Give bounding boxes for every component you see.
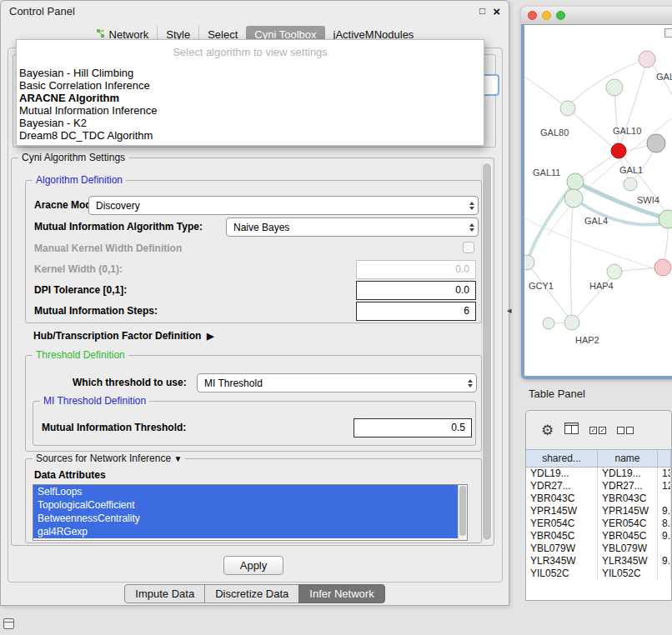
apply-button[interactable]: Apply (223, 556, 283, 575)
table-row[interactable]: YPR145WYPR145W9. (526, 505, 671, 518)
minimize-traffic-light[interactable] (542, 11, 551, 20)
algorithm-option[interactable]: Basic Correlation Inference (17, 79, 484, 92)
close-icon[interactable]: × (493, 5, 500, 18)
clear-selection-icon[interactable] (617, 427, 634, 434)
network-node[interactable] (606, 79, 623, 96)
list-item[interactable]: SelfLoops (33, 485, 458, 498)
network-node[interactable] (654, 259, 671, 276)
network-node[interactable] (607, 264, 622, 279)
network-edge[interactable] (614, 88, 619, 149)
data-attributes-list[interactable]: SelfLoops TopologicalCoefficient Between… (33, 484, 468, 541)
network-node[interactable] (567, 173, 584, 190)
control-panel-titlebar[interactable]: Control Panel □ × (1, 1, 509, 21)
table-body[interactable]: YDL19...YDL19...13YDR27...YDR27...12YBR0… (526, 468, 671, 600)
sources-group: Sources for Network Inference ▼ Data Att… (25, 458, 482, 543)
network-node-label: GAL11 (533, 168, 560, 178)
network-edge[interactable] (619, 59, 647, 150)
aracne-mode-combo[interactable]: Discovery (88, 196, 479, 215)
algorithm-option[interactable]: Dream8 DC_TDC Algorithm (17, 129, 484, 142)
network-edge[interactable] (568, 108, 613, 147)
sources-group-title[interactable]: Sources for Network Inference ▼ (33, 452, 185, 464)
panel-toggle-icon[interactable] (3, 618, 14, 629)
tab-discretize-data[interactable]: Discretize Data (204, 584, 299, 603)
network-node[interactable] (611, 143, 626, 158)
network-canvas[interactable]: GAL80GAL10GAL1GAL11SWI4GAL4GCY1HAP4HAP2G… (524, 25, 672, 376)
list-item[interactable]: gal4RGexp (33, 525, 458, 538)
algorithm-option[interactable]: Bayesian - K2 (17, 117, 484, 129)
zoom-traffic-light[interactable] (556, 11, 565, 20)
desktop: Control Panel □ × Network (0, 0, 672, 635)
attributes-scrollbar-thumb[interactable] (459, 486, 466, 536)
network-node[interactable] (524, 255, 534, 270)
algorithm-option[interactable]: Mutual Information Inference (17, 104, 484, 117)
close-traffic-light[interactable] (528, 11, 537, 20)
network-edge[interactable] (524, 77, 563, 104)
network-node[interactable] (564, 315, 579, 330)
table-row[interactable]: YDR27...YDR27...12 (526, 480, 671, 492)
which-threshold-label: Which threshold to use: (73, 377, 187, 388)
columns-icon[interactable] (564, 422, 579, 438)
table-toolbar: ⚙ ✓ ✓ (526, 411, 671, 449)
mi-algorithm-type-label: Mutual Information Algorithm Type: (34, 221, 203, 232)
checked-box-icon: ✓ (599, 427, 606, 434)
table-row[interactable]: YBL079WYBL079W (526, 542, 671, 555)
column-header-name[interactable]: name (598, 450, 658, 467)
network-node[interactable] (659, 210, 672, 228)
table-cell: YDR27... (598, 480, 658, 492)
table-row[interactable]: YBR045CYBR045C9. (526, 530, 671, 542)
expand-arrow-icon: ▶ (207, 331, 213, 341)
dpi-tolerance-label: DPI Tolerance [0,1]: (34, 284, 127, 296)
table-row[interactable]: YER054CYER054C8. (526, 518, 671, 530)
table-cell: YIL052C (598, 568, 658, 580)
kernel-width-field[interactable]: 0.0 (356, 260, 476, 279)
table-cell (658, 568, 671, 580)
settings-scrollbar-thumb[interactable] (483, 163, 491, 540)
table-cell: 8. (658, 518, 671, 530)
mi-threshold-field[interactable]: 0.5 (354, 418, 472, 438)
network-svg: GAL80GAL10GAL1GAL11SWI4GAL4GCY1HAP4HAP2G… (524, 25, 672, 376)
column-header-extra[interactable] (658, 450, 671, 467)
gear-icon[interactable]: ⚙ (541, 423, 554, 438)
tab-impute-data[interactable]: Impute Data (124, 584, 205, 603)
table-panel-window: ⚙ ✓ ✓ shared... name YDL19...YDL19. (525, 410, 672, 601)
float-window-icon[interactable]: □ (479, 6, 485, 16)
panel-collapse-arrow[interactable]: ◂ (507, 305, 512, 316)
collapse-arrow-icon: ▼ (173, 454, 182, 463)
table-row[interactable]: YLR345WYLR345W9. (526, 555, 671, 568)
table-cell: YER054C (526, 518, 598, 530)
dpi-tolerance-field[interactable]: 0.0 (356, 281, 476, 300)
select-all-icon[interactable]: ✓ ✓ (589, 427, 606, 434)
network-node[interactable] (647, 134, 665, 152)
algorithm-placeholder: Select algorithm to view settings (17, 40, 484, 67)
tab-infer-network[interactable]: Infer Network (298, 584, 384, 603)
table-cell: YER054C (598, 518, 658, 530)
list-item[interactable]: TopologicalCoefficient (33, 498, 458, 512)
threshold-definition-title: Threshold Definition (33, 349, 128, 361)
network-node[interactable] (624, 178, 637, 191)
list-item[interactable]: BetweennessCentrality (33, 512, 458, 525)
network-window-titlebar[interactable] (521, 7, 672, 25)
manual-kernel-width-checkbox[interactable] (463, 242, 474, 253)
table-row[interactable]: YBR043CYBR043C (526, 492, 671, 505)
mi-steps-field[interactable]: 6 (356, 302, 476, 321)
column-header-shared-name[interactable]: shared... (526, 450, 598, 467)
table-cell: YDR27... (526, 480, 598, 492)
settings-scrollbar[interactable] (481, 162, 492, 542)
algorithm-option-selected[interactable]: ARACNE Algorithm (17, 92, 484, 104)
manual-kernel-width-label: Manual Kernel Width Definition (34, 242, 182, 254)
network-navigator-icon[interactable] (664, 28, 672, 38)
network-node[interactable] (639, 51, 655, 68)
network-node[interactable] (543, 318, 554, 329)
hub-tf-definition-toggle[interactable]: Hub/Transcription Factor Definition ▶ (33, 330, 213, 342)
table-row[interactable]: YIL052CYIL052C (526, 568, 671, 580)
table-cell: YBL079W (526, 542, 598, 555)
network-edge[interactable] (570, 198, 574, 319)
mi-algorithm-type-combo[interactable]: Naive Bayes (226, 218, 479, 237)
algorithm-option[interactable]: Bayesian - Hill Climbing (17, 67, 484, 79)
which-threshold-combo[interactable]: MI Threshold (197, 373, 477, 392)
table-cell: YLR345W (598, 555, 658, 568)
attributes-scrollbar[interactable] (458, 485, 467, 540)
network-node[interactable] (564, 189, 583, 208)
network-node[interactable] (560, 101, 575, 116)
table-row[interactable]: YDL19...YDL19...13 (526, 468, 671, 480)
